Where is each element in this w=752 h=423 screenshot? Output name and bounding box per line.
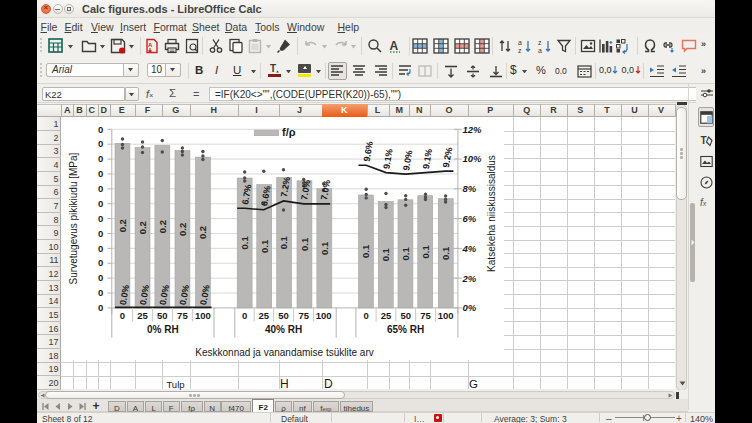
svg-text:25: 25 bbox=[258, 310, 269, 321]
svg-text:25: 25 bbox=[380, 310, 391, 321]
svg-text:8%: 8% bbox=[462, 183, 476, 194]
svg-text:0: 0 bbox=[363, 310, 368, 321]
svg-text:0.2: 0.2 bbox=[116, 219, 127, 232]
svg-text:0.1: 0.1 bbox=[238, 235, 249, 249]
svg-text:0: 0 bbox=[98, 153, 103, 164]
svg-text:a: a bbox=[538, 47, 542, 54]
svg-text:Keskkonnad ja vanandamise tsük: Keskkonnad ja vanandamise tsüklite arv bbox=[195, 347, 373, 358]
svg-text:0.1: 0.1 bbox=[380, 247, 391, 261]
svg-text:0: 0 bbox=[98, 287, 103, 298]
svg-text:0.2: 0.2 bbox=[156, 219, 167, 232]
svg-text:0% RH: 0% RH bbox=[147, 324, 179, 335]
svg-text:40% RH: 40% RH bbox=[264, 324, 301, 335]
svg-text:Katsekeha niiskussisaldus: Katsekeha niiskussisaldus bbox=[486, 155, 497, 272]
svg-text:0.1: 0.1 bbox=[278, 235, 289, 249]
svg-text:0.2: 0.2 bbox=[197, 225, 208, 238]
svg-text:10%: 10% bbox=[462, 153, 482, 164]
svg-text:a: a bbox=[518, 39, 522, 46]
svg-text:0: 0 bbox=[98, 168, 103, 179]
svg-text:Survetugevus pikikiudu [MPa]: Survetugevus pikikiudu [MPa] bbox=[68, 152, 79, 284]
svg-text:0.1: 0.1 bbox=[318, 240, 329, 254]
svg-text:100: 100 bbox=[437, 310, 453, 321]
svg-text:A: A bbox=[389, 39, 398, 53]
svg-text:0: 0 bbox=[98, 197, 103, 208]
svg-text:T: T bbox=[270, 63, 276, 74]
svg-text:T: T bbox=[700, 135, 706, 146]
svg-text:z: z bbox=[518, 47, 522, 54]
svg-text:0: 0 bbox=[98, 257, 103, 268]
svg-text:0.2: 0.2 bbox=[176, 222, 187, 235]
svg-text:0.2: 0.2 bbox=[136, 221, 147, 234]
svg-text:0: 0 bbox=[98, 272, 103, 283]
svg-text:12%: 12% bbox=[462, 123, 482, 134]
svg-text:100: 100 bbox=[315, 310, 331, 321]
svg-text:25: 25 bbox=[137, 310, 148, 321]
svg-text:z: z bbox=[538, 39, 542, 46]
svg-text:0: 0 bbox=[98, 183, 103, 194]
svg-text:0: 0 bbox=[98, 227, 103, 238]
svg-text:0%: 0% bbox=[462, 302, 476, 313]
svg-text:65% RH: 65% RH bbox=[386, 324, 423, 335]
svg-text:0.1: 0.1 bbox=[258, 238, 269, 252]
svg-text:75: 75 bbox=[298, 310, 309, 321]
svg-text:0.1: 0.1 bbox=[399, 246, 410, 260]
svg-text:0: 0 bbox=[98, 123, 103, 134]
svg-text:100: 100 bbox=[194, 310, 210, 321]
svg-text:0.1: 0.1 bbox=[440, 245, 451, 259]
svg-text:50: 50 bbox=[278, 310, 289, 321]
svg-text:6%: 6% bbox=[462, 213, 476, 224]
svg-text:0: 0 bbox=[98, 242, 103, 253]
svg-text:4%: 4% bbox=[461, 242, 476, 253]
svg-text:0.1: 0.1 bbox=[298, 236, 309, 250]
svg-text:0.1: 0.1 bbox=[360, 244, 371, 258]
svg-text:0.1: 0.1 bbox=[419, 244, 430, 258]
svg-text:2%: 2% bbox=[461, 272, 476, 283]
svg-text:75: 75 bbox=[177, 310, 188, 321]
svg-text:0: 0 bbox=[119, 310, 124, 321]
svg-text:A: A bbox=[148, 42, 153, 48]
svg-text:75: 75 bbox=[420, 310, 431, 321]
svg-text:0: 0 bbox=[242, 310, 247, 321]
svg-text:0: 0 bbox=[98, 138, 103, 149]
svg-text:0: 0 bbox=[98, 212, 103, 223]
svg-text:50: 50 bbox=[400, 310, 411, 321]
svg-text:0: 0 bbox=[98, 302, 103, 313]
svg-text:f/ρ: f/ρ bbox=[282, 126, 296, 138]
svg-text:50: 50 bbox=[157, 310, 168, 321]
